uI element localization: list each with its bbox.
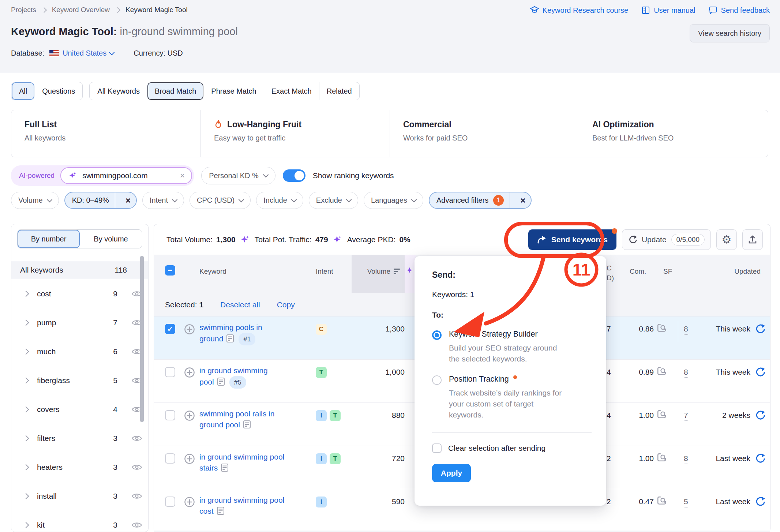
send-destination-option[interactable]: Position Tracking Track website’s daily … [432, 375, 592, 420]
add-keyword-icon[interactable] [184, 497, 195, 507]
row-checkbox[interactable]: ✓ [165, 324, 175, 334]
breadcrumb-item[interactable]: Projects [11, 6, 36, 14]
column-pkd[interactable] [405, 255, 416, 293]
keyword-group-item[interactable]: much 6 [11, 337, 148, 366]
serp-preview-icon[interactable] [243, 420, 251, 429]
sf-count[interactable]: 8 [684, 325, 688, 333]
settings-button[interactable]: ⚙ [716, 229, 737, 250]
add-keyword-icon[interactable] [184, 324, 195, 335]
clear-search-icon[interactable]: × [180, 172, 185, 180]
clear-selection-checkbox[interactable] [432, 443, 442, 453]
serp-features-icon[interactable] [657, 366, 667, 376]
clear-selection-option[interactable]: Clear selection after sending [432, 443, 592, 453]
sf-count[interactable]: 7 [684, 411, 688, 420]
refresh-icon[interactable] [755, 497, 765, 507]
filter-chip[interactable]: KD: 0–49% × [64, 192, 137, 209]
by-number-button[interactable]: By number [18, 230, 80, 248]
row-checkbox[interactable] [165, 410, 175, 420]
by-volume-button[interactable]: By volume [80, 230, 142, 248]
column-keyword[interactable]: Keyword [199, 267, 226, 276]
keyword-link[interactable]: in ground swimming [199, 366, 268, 375]
tab[interactable]: All Keywords [90, 82, 147, 100]
preset-card[interactable]: AI Optimization Best for LLM-driven SEO [579, 110, 768, 157]
tab[interactable]: All [11, 82, 34, 100]
add-keyword-icon[interactable] [184, 453, 195, 464]
radio-button[interactable] [432, 375, 442, 385]
keyword-group-item[interactable]: heaters 3 [11, 453, 148, 482]
row-checkbox[interactable] [165, 367, 175, 377]
eye-icon[interactable] [131, 464, 142, 471]
sf-count[interactable]: 8 [684, 454, 688, 463]
column-updated[interactable]: Updated [703, 267, 761, 276]
keyword-research-course-link[interactable]: Keyword Research course [530, 6, 629, 15]
column-cpc-clipped[interactable]: C D) [607, 263, 614, 283]
personal-kd-dropdown[interactable]: Personal KD % [201, 167, 275, 184]
keyword-link[interactable]: in ground swimming pool [199, 453, 284, 461]
database-selector[interactable]: United States [63, 49, 114, 57]
all-keywords-row[interactable]: All keywords 118 [11, 261, 148, 279]
eye-icon[interactable] [131, 521, 142, 529]
serp-features-icon[interactable] [657, 323, 667, 333]
column-intent[interactable]: Intent [316, 267, 333, 276]
column-volume[interactable]: Volume [352, 255, 405, 293]
tab[interactable]: Exact Match [264, 82, 319, 100]
apply-button[interactable]: Apply [432, 464, 471, 482]
refresh-icon[interactable] [755, 367, 765, 377]
user-manual-link[interactable]: User manual [641, 6, 695, 15]
send-feedback-link[interactable]: Send feedback [709, 6, 770, 15]
serp-preview-icon[interactable] [226, 334, 234, 343]
filter-chip[interactable]: Include × [256, 192, 303, 209]
keyword-link[interactable]: swimming pool rails in [199, 409, 274, 418]
breadcrumb-item[interactable]: Keyword Overview [52, 6, 110, 14]
send-destination-option[interactable]: Keyword Strategy Builder Build your SEO … [432, 330, 592, 364]
keyword-group-item[interactable]: kit 3 [11, 510, 148, 532]
filter-chip[interactable]: CPC (USD) × [190, 192, 251, 209]
tab[interactable]: Questions [34, 82, 82, 100]
show-ranking-keywords-toggle[interactable] [283, 169, 305, 182]
preset-card[interactable]: Commercial Works for paid SEO [390, 110, 579, 157]
serp-preview-icon[interactable] [217, 377, 225, 386]
keyword-group-item[interactable]: pump 7 [11, 308, 148, 337]
export-button[interactable] [742, 229, 763, 250]
filter-chip[interactable]: Intent × [142, 192, 184, 209]
tab[interactable]: Related [319, 82, 359, 100]
keyword-group-item[interactable]: install 3 [11, 482, 148, 510]
keyword-link[interactable]: pool [199, 378, 214, 386]
keyword-link[interactable]: cost [199, 507, 214, 515]
serp-features-icon[interactable] [657, 409, 667, 420]
filter-chip[interactable]: Advanced filters 1 × [429, 192, 532, 209]
select-all-checkbox[interactable] [165, 265, 175, 276]
send-keywords-button[interactable]: Send keywords [528, 229, 616, 250]
update-button[interactable]: Update 0/5,000 [622, 229, 711, 250]
refresh-icon[interactable] [755, 453, 765, 464]
keyword-link[interactable]: swimming pools in [199, 323, 262, 331]
column-competition[interactable]: Com. [630, 267, 646, 276]
eye-icon[interactable] [131, 492, 142, 500]
keyword-link[interactable]: ground [199, 334, 223, 343]
serp-preview-icon[interactable] [217, 506, 225, 515]
deselect-all-link[interactable]: Deselect all [220, 300, 260, 309]
row-checkbox[interactable] [165, 497, 175, 507]
view-search-history-button[interactable]: View search history [690, 24, 770, 42]
breadcrumb-item[interactable]: Keyword Magic Tool [125, 6, 188, 14]
keyword-group-item[interactable]: filters 3 [11, 424, 148, 453]
serp-preview-icon[interactable] [221, 463, 229, 472]
refresh-icon[interactable] [755, 324, 765, 334]
preset-card[interactable]: Low-Hanging Fruit Easy way to get traffi… [200, 110, 390, 157]
keyword-link[interactable]: ground pool [199, 420, 240, 429]
keyword-link[interactable]: in ground swimming pool [199, 496, 284, 504]
tab[interactable]: Phrase Match [203, 82, 263, 100]
add-keyword-icon[interactable] [184, 410, 195, 421]
column-serp-features[interactable]: SF [663, 267, 672, 276]
remove-filter-icon[interactable]: × [515, 195, 531, 206]
add-keyword-icon[interactable] [184, 367, 195, 378]
sf-count[interactable]: 8 [684, 368, 688, 376]
filter-chip[interactable]: Languages × [364, 192, 423, 209]
keyword-group-item[interactable]: fiberglass 5 [11, 366, 148, 395]
remove-filter-icon[interactable]: × [120, 195, 136, 206]
row-checkbox[interactable] [165, 453, 175, 464]
filter-chip[interactable]: Exclude × [309, 192, 358, 209]
sf-count[interactable]: 5 [684, 497, 688, 506]
refresh-icon[interactable] [755, 410, 765, 420]
filter-chip[interactable]: Volume × [11, 192, 59, 209]
